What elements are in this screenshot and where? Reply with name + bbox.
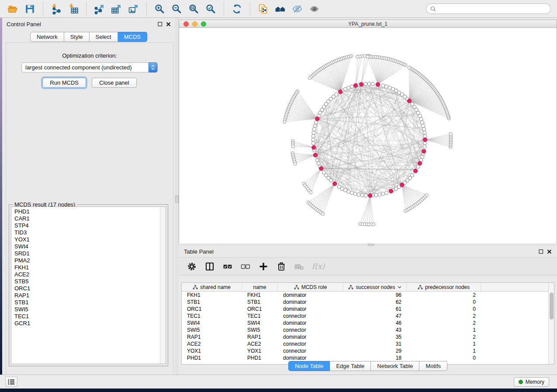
cell-shared_name[interactable]: SWI5	[182, 327, 242, 334]
cell-mcds_role[interactable]: connector	[278, 313, 343, 320]
select-all-icon[interactable]	[222, 261, 233, 272]
cell-predecessor_nodes[interactable]: 1	[407, 327, 481, 334]
close-panel-icon[interactable]	[547, 249, 552, 254]
cell-predecessor_nodes[interactable]: 0	[407, 354, 481, 361]
network-overview-icon[interactable]	[274, 3, 286, 15]
column-header-successor-nodes[interactable]: successor nodes	[343, 283, 407, 291]
table-row[interactable]: TEC1TEC1connector472	[182, 313, 554, 320]
refresh-view-icon[interactable]	[231, 3, 243, 15]
mcds-list-scrollbar[interactable]	[160, 207, 166, 364]
cell-shared_name[interactable]: STB1	[182, 299, 242, 306]
cell-predecessor_nodes[interactable]: 2	[407, 334, 481, 340]
mcds-hub-node[interactable]	[407, 99, 411, 103]
cell-name[interactable]: PHD1	[242, 354, 278, 361]
splitter-handle[interactable]	[175, 196, 179, 203]
table-scrollbar[interactable]	[548, 283, 554, 364]
cell-successor_nodes[interactable]: 62	[343, 299, 407, 306]
cell-shared_name[interactable]: RAP1	[182, 334, 242, 340]
float-panel-icon[interactable]	[539, 249, 543, 254]
search-input[interactable]	[439, 6, 547, 12]
settings-gear-icon[interactable]	[187, 261, 197, 272]
table-row[interactable]: SWI4SWI4dominator462	[182, 320, 554, 327]
mcds-hub-node[interactable]	[319, 166, 323, 170]
mcds-result-item[interactable]: PMA2	[11, 257, 166, 264]
cell-mcds_role[interactable]: dominator	[278, 320, 343, 327]
cell-name[interactable]: FKH1	[242, 292, 278, 299]
cell-successor_nodes[interactable]: 43	[343, 327, 407, 334]
criterion-select[interactable]: largest connected component (undirected)	[21, 62, 158, 72]
table-row[interactable]: PHD1PHD1dominator180	[182, 354, 554, 361]
cell-successor_nodes[interactable]: 29	[343, 347, 407, 354]
show-all-icon[interactable]	[308, 3, 320, 15]
zoom-fit-icon[interactable]	[188, 3, 200, 15]
mcds-hub-node[interactable]	[418, 161, 422, 165]
float-panel-icon[interactable]	[158, 22, 163, 27]
mcds-result-item[interactable]: TEC1	[11, 313, 166, 320]
cell-name[interactable]: ACE2	[242, 340, 278, 347]
cell-shared_name[interactable]: FKH1	[182, 292, 242, 299]
mcds-result-item[interactable]: SWI5	[11, 306, 166, 313]
mcds-hub-node[interactable]	[353, 83, 357, 87]
search-box[interactable]	[426, 3, 551, 14]
column-header-MCDS-role[interactable]: MCDS role	[278, 283, 343, 291]
mcds-result-item[interactable]: STB1	[11, 299, 166, 306]
cell-shared_name[interactable]: PHD1	[182, 354, 242, 361]
mcds-hub-node[interactable]	[400, 183, 404, 187]
table-row[interactable]: ORC1ORC1dominator610	[182, 306, 554, 313]
import-table-icon[interactable]	[67, 3, 79, 15]
network-canvas[interactable]	[179, 28, 557, 244]
tab-motifs[interactable]: Motifs	[419, 361, 447, 371]
save-session-icon[interactable]	[24, 3, 36, 15]
cell-predecessor_nodes[interactable]: 2	[407, 313, 481, 320]
cell-mcds_role[interactable]: dominator	[278, 299, 343, 306]
mcds-hub-node[interactable]	[422, 149, 426, 153]
table-row[interactable]: SWI5SWI5connector431	[182, 327, 554, 334]
hide-selected-icon[interactable]	[291, 3, 303, 15]
mcds-result-item[interactable]: FKH1	[11, 264, 166, 271]
column-header-predecessor-nodes[interactable]: predecessor nodes	[407, 283, 481, 291]
scrollbar-thumb[interactable]	[550, 292, 554, 320]
mcds-result-item[interactable]: TID3	[11, 229, 166, 236]
close-panel-button[interactable]: Close panel	[92, 78, 137, 88]
tab-network[interactable]: Network	[30, 32, 64, 42]
cell-name[interactable]: STB1	[242, 299, 278, 306]
mcds-hub-node[interactable]	[414, 169, 418, 173]
mcds-result-item[interactable]: SRD1	[11, 250, 166, 257]
mcds-result-item[interactable]: GCR1	[11, 320, 166, 327]
mcds-result-item[interactable]: YOX1	[11, 236, 166, 243]
cell-successor_nodes[interactable]: 47	[343, 313, 407, 320]
cell-shared_name[interactable]: YOX1	[182, 347, 242, 354]
tab-mcds[interactable]: MCDS	[118, 32, 147, 42]
mcds-hub-node[interactable]	[423, 138, 427, 141]
cell-mcds_role[interactable]: connector	[278, 347, 343, 354]
cell-predecessor_nodes[interactable]: 0	[407, 299, 481, 306]
table-row[interactable]: RAP1RAP1dominator352	[182, 334, 554, 340]
zoom-selected-icon[interactable]	[205, 3, 217, 15]
cell-successor_nodes[interactable]: 46	[343, 320, 407, 327]
cell-mcds_role[interactable]: dominator	[278, 334, 343, 340]
close-panel-icon[interactable]	[166, 22, 171, 27]
export-network-icon[interactable]	[93, 3, 105, 15]
mcds-hub-node[interactable]	[312, 145, 316, 149]
mcds-hub-node[interactable]	[315, 117, 319, 120]
cell-name[interactable]: ORC1	[242, 306, 278, 313]
cell-successor_nodes[interactable]: 31	[343, 340, 407, 347]
tab-node-table[interactable]: Node Table	[288, 361, 330, 371]
open-file-icon[interactable]	[7, 3, 19, 15]
column-header-name[interactable]: name	[242, 283, 278, 291]
mcds-result-item[interactable]: ACE2	[11, 271, 166, 278]
cell-name[interactable]: RAP1	[242, 334, 278, 340]
run-mcds-button[interactable]: Run MCDS	[42, 78, 86, 88]
cell-successor_nodes[interactable]: 18	[343, 354, 407, 361]
delete-column-icon[interactable]	[276, 261, 287, 272]
cell-mcds_role[interactable]: dominator	[278, 306, 343, 313]
table-row[interactable]: ACE2ACE2connector311	[182, 340, 554, 347]
mcds-hub-node[interactable]	[389, 189, 393, 193]
cell-successor_nodes[interactable]: 96	[343, 292, 407, 299]
column-header-shared-name[interactable]: shared name	[182, 283, 242, 291]
mcds-hub-node[interactable]	[338, 90, 342, 94]
cell-predecessor_nodes[interactable]: 1	[407, 347, 481, 354]
mcds-hub-node[interactable]	[368, 193, 372, 197]
table-row[interactable]: YOX1YOX1connector291	[182, 347, 554, 354]
mcds-result-item[interactable]: STP4	[11, 222, 166, 229]
